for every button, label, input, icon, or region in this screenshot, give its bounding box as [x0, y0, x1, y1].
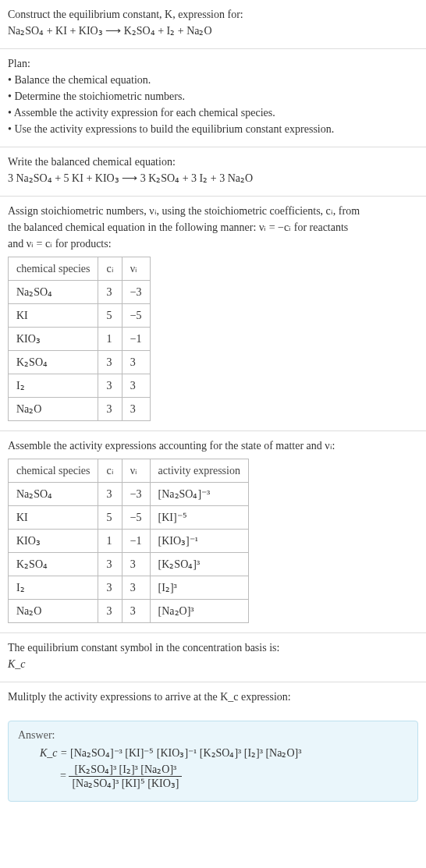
cell-vi: 3 [122, 398, 150, 421]
plan-bullet-1: • Balance the chemical equation. [8, 72, 418, 88]
stoich-intro-2: the balanced chemical equation in the fo… [8, 219, 418, 236]
cell-ci: 3 [98, 483, 122, 506]
cell-species: Na₂SO₄ [9, 483, 98, 506]
answer-label: Answer: [18, 729, 408, 742]
cell-species: KI [9, 304, 98, 328]
col-vi: νᵢ [122, 257, 150, 281]
kc-fraction: [K₂SO₄]³ [I₂]³ [Na₂O]³ [Na₂SO₄]³ [KI]⁵ [… [69, 763, 182, 790]
cell-vi: −3 [122, 281, 150, 304]
cell-vi: −1 [122, 328, 150, 351]
cell-ci: 3 [98, 374, 122, 398]
activity-intro: Assemble the activity expressions accoun… [8, 438, 418, 454]
cell-activity: [I₂]³ [150, 576, 248, 600]
plan-title: Plan: [8, 55, 418, 72]
cell-vi: −3 [122, 483, 150, 506]
kc-label: The equilibrium constant symbol in the c… [8, 639, 418, 656]
cell-ci: 3 [98, 553, 122, 576]
plan-bullet-3: • Assemble the activity expression for e… [8, 105, 418, 121]
plan-bullet-2: • Determine the stoichiometric numbers. [8, 88, 418, 105]
cell-ci: 1 [98, 530, 122, 553]
kc-italic: K_c [8, 658, 26, 670]
cell-vi: 3 [122, 576, 150, 600]
cell-ci: 3 [98, 576, 122, 600]
section-plan: Plan: • Balance the chemical equation. •… [0, 49, 426, 147]
table-header-row: chemical species cᵢ νᵢ activity expressi… [9, 459, 249, 483]
table-row: K₂SO₄ 3 3 [K₂SO₄]³ [9, 553, 249, 576]
cell-ci: 5 [98, 506, 122, 530]
col-activity: activity expression [150, 459, 248, 483]
kc-lhs: K_c = [40, 747, 70, 759]
section-stoich-table: Assign stoichiometric numbers, νᵢ, using… [0, 197, 426, 431]
table-row: Na₂SO₄ 3 −3 [9, 281, 151, 304]
cell-species: KIO₃ [9, 530, 98, 553]
cell-species: Na₂O [9, 600, 98, 623]
cell-species: K₂SO₄ [9, 553, 98, 576]
cell-vi: 3 [122, 553, 150, 576]
table-row: KIO₃ 1 −1 [KIO₃]⁻¹ [9, 530, 249, 553]
cell-activity: [KIO₃]⁻¹ [150, 530, 248, 553]
prompt-line-1: Construct the equilibrium constant, K, e… [8, 6, 418, 23]
cell-vi: 3 [122, 600, 150, 623]
cell-vi: −1 [122, 530, 150, 553]
cell-species: Na₂O [9, 398, 98, 421]
table-row: I₂ 3 3 [I₂]³ [9, 576, 249, 600]
kc-italic-lhs: K_c = [40, 747, 70, 759]
section-activity-table: Assemble the activity expressions accoun… [0, 431, 426, 633]
cell-vi: −5 [122, 506, 150, 530]
activity-table: chemical species cᵢ νᵢ activity expressi… [8, 459, 249, 623]
col-ci: cᵢ [98, 459, 122, 483]
cell-ci: 5 [98, 304, 122, 328]
section-kc-symbol: The equilibrium constant symbol in the c… [0, 633, 426, 682]
cell-vi: −5 [122, 304, 150, 328]
cell-species: Na₂SO₄ [9, 281, 98, 304]
cell-ci: 3 [98, 281, 122, 304]
cell-vi: 3 [122, 351, 150, 374]
cell-vi: 3 [122, 374, 150, 398]
section-balanced: Write the balanced chemical equation: 3 … [0, 147, 426, 197]
kc-numerator: [K₂SO₄]³ [I₂]³ [Na₂O]³ [69, 763, 182, 777]
table-row: KIO₃ 1 −1 [9, 328, 151, 351]
table-row: Na₂SO₄ 3 −3 [Na₂SO₄]⁻³ [9, 483, 249, 506]
cell-activity: [Na₂SO₄]⁻³ [150, 483, 248, 506]
section-multiply: Mulitply the activity expressions to arr… [0, 682, 426, 714]
answer-equation-1: K_c = [Na₂SO₄]⁻³ [KI]⁻⁵ [KIO₃]⁻¹ [K₂SO₄]… [40, 746, 408, 760]
equals-sign: = [60, 770, 69, 781]
col-species: chemical species [9, 459, 98, 483]
table-row: KI 5 −5 [9, 304, 151, 328]
table-row: I₂ 3 3 [9, 374, 151, 398]
col-species: chemical species [9, 257, 98, 281]
stoich-intro-3: and νᵢ = cᵢ for products: [8, 236, 418, 252]
col-ci: cᵢ [98, 257, 122, 281]
cell-species: KI [9, 506, 98, 530]
cell-species: I₂ [9, 576, 98, 600]
multiply-label: Mulitply the activity expressions to arr… [8, 689, 418, 705]
table-header-row: chemical species cᵢ νᵢ [9, 257, 151, 281]
cell-ci: 1 [98, 328, 122, 351]
kc-denominator: [Na₂SO₄]³ [KI]⁵ [KIO₃] [69, 777, 182, 790]
table-row: K₂SO₄ 3 3 [9, 351, 151, 374]
kc-symbol: K_c [8, 656, 418, 672]
plan-bullet-4: • Use the activity expressions to build … [8, 121, 418, 137]
cell-species: K₂SO₄ [9, 351, 98, 374]
table-row: Na₂O 3 3 [9, 398, 151, 421]
prompt-line-2: Na₂SO₄ + KI + KIO₃ ⟶ K₂SO₄ + I₂ + Na₂O [8, 23, 418, 39]
table-row: KI 5 −5 [KI]⁻⁵ [9, 506, 249, 530]
cell-ci: 3 [98, 351, 122, 374]
stoich-table: chemical species cᵢ νᵢ Na₂SO₄ 3 −3 KI 5 … [8, 257, 151, 421]
cell-ci: 3 [98, 398, 122, 421]
cell-activity: [Na₂O]³ [150, 600, 248, 623]
kc-flat-product: [Na₂SO₄]⁻³ [KI]⁻⁵ [KIO₃]⁻¹ [K₂SO₄]³ [I₂]… [70, 747, 301, 759]
balanced-equation: 3 Na₂SO₄ + 5 KI + KIO₃ ⟶ 3 K₂SO₄ + 3 I₂ … [8, 170, 418, 186]
cell-species: I₂ [9, 374, 98, 398]
stoich-intro-1: Assign stoichiometric numbers, νᵢ, using… [8, 203, 418, 219]
cell-ci: 3 [98, 600, 122, 623]
balanced-label: Write the balanced chemical equation: [8, 154, 418, 170]
answer-box: Answer: K_c = [Na₂SO₄]⁻³ [KI]⁻⁵ [KIO₃]⁻¹… [8, 721, 418, 802]
cell-activity: [KI]⁻⁵ [150, 506, 248, 530]
answer-equation-2: = [K₂SO₄]³ [I₂]³ [Na₂O]³ [Na₂SO₄]³ [KI]⁵… [60, 763, 408, 790]
cell-activity: [K₂SO₄]³ [150, 553, 248, 576]
cell-species: KIO₃ [9, 328, 98, 351]
col-vi: νᵢ [122, 459, 150, 483]
table-row: Na₂O 3 3 [Na₂O]³ [9, 600, 249, 623]
section-prompt: Construct the equilibrium constant, K, e… [0, 0, 426, 49]
